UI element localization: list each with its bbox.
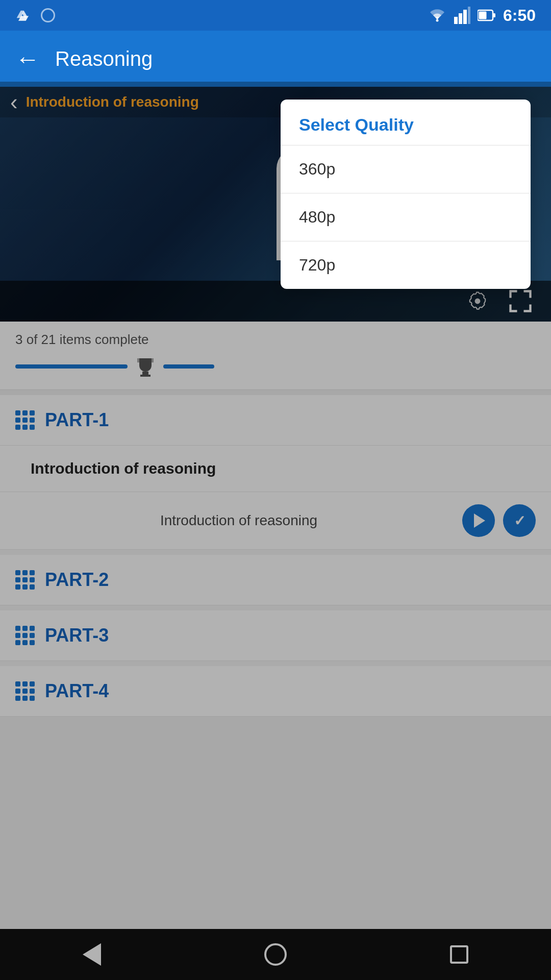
svg-rect-3 [463, 10, 467, 24]
status-bar-left [15, 7, 55, 23]
status-bar-right: 6:50 [428, 6, 536, 25]
header-back-button[interactable]: ← [15, 45, 40, 73]
wifi-icon [428, 8, 447, 22]
svg-point-0 [436, 19, 438, 22]
signal-icon [454, 7, 470, 24]
svg-rect-6 [493, 13, 495, 17]
svg-rect-7 [479, 12, 486, 19]
quality-option-720p[interactable]: 720p [281, 241, 531, 289]
page-title: Reasoning [55, 47, 153, 70]
quality-dropdown: Select Quality 360p 480p 720p [281, 100, 531, 289]
battery-icon [478, 8, 496, 22]
drive-icon [15, 7, 32, 23]
svg-rect-1 [454, 17, 458, 24]
svg-rect-2 [459, 13, 462, 24]
sync-icon [41, 8, 55, 22]
quality-option-480p[interactable]: 480p [281, 193, 531, 241]
time-display: 6:50 [503, 6, 536, 25]
quality-dropdown-title: Select Quality [281, 100, 531, 145]
app-header: ← Reasoning [0, 31, 551, 87]
quality-option-360p[interactable]: 360p [281, 145, 531, 193]
svg-rect-4 [468, 7, 470, 24]
status-bar: 6:50 [0, 0, 551, 31]
